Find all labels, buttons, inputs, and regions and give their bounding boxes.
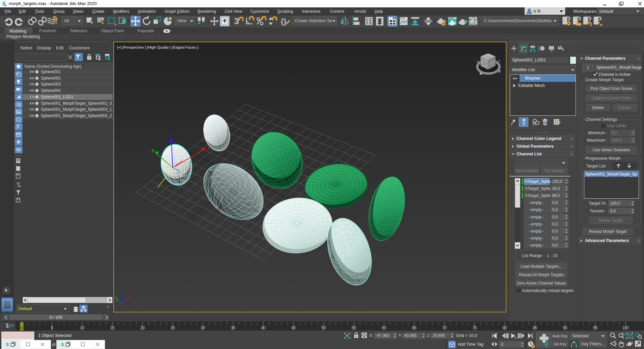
svg-text:65: 65 xyxy=(412,326,417,330)
svg-text:{}: {} xyxy=(281,17,287,26)
svg-text:y: y xyxy=(115,295,118,299)
svg-text:40: 40 xyxy=(261,326,266,330)
svg-text:35: 35 xyxy=(231,326,235,330)
svg-text:20: 20 xyxy=(140,326,145,330)
svg-text:z: z xyxy=(121,293,123,297)
svg-text:100: 100 xyxy=(622,326,629,330)
svg-text:95: 95 xyxy=(593,326,598,330)
svg-text:3: 3 xyxy=(6,342,8,347)
svg-text:x: x xyxy=(207,145,210,150)
svg-text:3: 3 xyxy=(61,342,63,347)
svg-text:3: 3 xyxy=(234,16,239,26)
svg-text:75: 75 xyxy=(472,326,477,330)
svg-text:30: 30 xyxy=(201,326,205,330)
svg-text:85: 85 xyxy=(533,326,537,330)
svg-text:55: 55 xyxy=(352,326,356,330)
svg-text:15: 15 xyxy=(110,326,115,330)
svg-text:y: y xyxy=(152,148,154,152)
svg-text:45: 45 xyxy=(291,326,296,330)
svg-text:60: 60 xyxy=(382,326,386,330)
svg-text:x: x xyxy=(129,295,131,299)
svg-text:90: 90 xyxy=(563,326,568,330)
svg-text:z: z xyxy=(170,134,172,138)
svg-text:[+] [Perspective ] [High Quali: [+] [Perspective ] [High Quality ] [Edge… xyxy=(117,45,198,49)
svg-text:10: 10 xyxy=(80,326,85,330)
svg-text:5: 5 xyxy=(51,326,53,330)
svg-text:0: 0 xyxy=(21,326,23,330)
svg-text:80: 80 xyxy=(502,326,507,330)
svg-text:70: 70 xyxy=(442,326,447,330)
svg-text:50: 50 xyxy=(321,326,326,330)
svg-text:25: 25 xyxy=(170,326,175,330)
